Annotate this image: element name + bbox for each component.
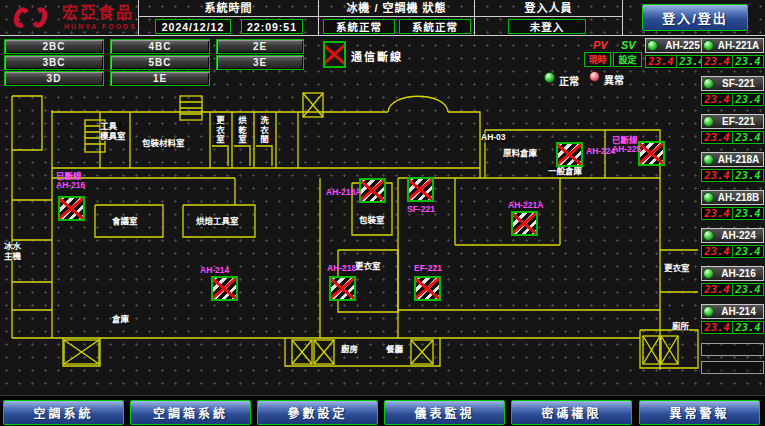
equipment-name: SF-221: [714, 78, 763, 89]
floor-button-2E[interactable]: 2E: [216, 39, 304, 54]
status-lamp-icon: [703, 192, 714, 203]
system-time-section: 系統時間 2024/12/12 22:09:51: [139, 0, 318, 36]
device-icon-AH-218A[interactable]: [359, 178, 386, 203]
column-x-boxes: [64, 93, 678, 364]
pv-value: 23.4: [702, 94, 733, 105]
room-label-0: 工具 模具室: [100, 122, 126, 141]
equipment-name: AH-221A: [714, 40, 763, 51]
equipment-values: 23.423.4: [701, 169, 764, 182]
floor-button-1E[interactable]: 1E: [110, 71, 210, 86]
pv-value: 23.4: [702, 170, 733, 181]
login-title: 登入人員: [475, 0, 622, 17]
pv-value: 23.4: [702, 56, 733, 67]
room-label-7: 包裝室: [359, 216, 385, 226]
equipment-name: AH-216: [714, 268, 763, 279]
machine-status-title: 冰機 / 空調機 狀態: [319, 0, 474, 17]
device-label-AH-224: AH-224: [586, 147, 615, 156]
pv-value: 23.4: [702, 246, 733, 257]
equipment-values: 23.423.4: [701, 93, 764, 106]
room-label-3: 烘乾室: [236, 116, 246, 145]
room-label-9: AH-03: [481, 133, 506, 143]
equipment-AH-218B: AH-218B23.423.4: [701, 190, 764, 220]
pv-value: 23.4: [702, 208, 733, 219]
equipment-AH-221A: AH-221A23.423.4: [701, 38, 764, 68]
room-label-5: 會議室: [112, 217, 138, 227]
brand-name-en: HUNYA FOODS: [64, 23, 137, 30]
room-label-16: 廁所: [672, 322, 689, 332]
device-label-AH-214: AH-214: [200, 266, 229, 275]
device-icon-AH-225-disconnected[interactable]: [638, 141, 665, 166]
device-icon-AH-221A[interactable]: [511, 211, 538, 236]
floor-button-3D[interactable]: 3D: [4, 71, 104, 86]
room-label-12: 倉庫: [112, 315, 129, 325]
sv-label: SV: [621, 39, 636, 51]
ahu-status-value: 系統正常: [399, 19, 471, 34]
room-label-11: 一般倉庫: [548, 167, 582, 177]
status-lamp-icon: [703, 230, 714, 241]
nav-button-4[interactable]: 儀表監視: [384, 400, 505, 425]
room-label-17: 冰水 主機: [4, 242, 21, 261]
login-section: 登入人員 未登入: [475, 0, 622, 36]
equipment-button-AH-216[interactable]: AH-216: [701, 266, 764, 281]
nav-button-3[interactable]: 參數設定: [257, 400, 378, 425]
sv-cn-label: 設定: [613, 52, 642, 67]
device-label-AH-216: 已斷線 AH-216: [56, 172, 85, 190]
equipment-button-AH-225[interactable]: AH-225: [645, 38, 708, 53]
bottom-nav: 空調系統空調箱系統參數設定儀表監視密碼權限異常警報: [0, 395, 765, 426]
floor-button-4BC[interactable]: 4BC: [110, 39, 210, 54]
equipment-AH-216: AH-21623.423.4: [701, 266, 764, 296]
device-label-EF-221: EF-221: [414, 264, 442, 273]
empty-equipment-slot: [701, 361, 764, 374]
equipment-button-AH-218B[interactable]: AH-218B: [701, 190, 764, 205]
room-label-10: 原料倉庫: [503, 149, 537, 159]
equipment-button-SF-221[interactable]: SF-221: [701, 76, 764, 91]
status-lamp-icon: [703, 40, 714, 51]
status-lamp-icon: [703, 78, 714, 89]
sv-value: 23.4: [733, 246, 763, 257]
device-icon-SF-221[interactable]: [407, 177, 434, 202]
device-label-AH-225: 已斷線 AH-225: [612, 136, 641, 154]
nav-button-5[interactable]: 密碼權限: [511, 400, 632, 425]
equipment-AH-218A: AH-218A23.423.4: [701, 152, 764, 182]
normal-label: 正常: [559, 73, 579, 88]
equipment-button-AH-214[interactable]: AH-214: [701, 304, 764, 319]
chiller-status-value: 系統正常: [323, 19, 395, 34]
equipment-button-AH-224[interactable]: AH-224: [701, 228, 764, 243]
floor-button-5BC[interactable]: 5BC: [110, 55, 210, 70]
equipment-name: AH-214: [714, 306, 763, 317]
sv-value: 23.4: [733, 208, 763, 219]
status-lamp-icon: [703, 306, 714, 317]
pv-value: 23.4: [702, 132, 733, 143]
system-date-value: 2024/12/12: [155, 19, 231, 34]
equipment-SF-221: SF-22123.423.4: [701, 76, 764, 106]
nav-button-2[interactable]: 空調箱系統: [130, 400, 251, 425]
device-icon-AH-214[interactable]: [211, 276, 238, 301]
normal-lamp-icon: [544, 72, 555, 83]
floor-button-2BC[interactable]: 2BC: [4, 39, 104, 54]
sv-value: 23.4: [733, 284, 763, 295]
equipment-button-EF-221[interactable]: EF-221: [701, 114, 764, 129]
equipment-button-AH-221A[interactable]: AH-221A: [701, 38, 764, 53]
floor-button-3BC[interactable]: 3BC: [4, 55, 104, 70]
hmi-screen: { "header": { "brand": "宏亞食品", "brand_en…: [0, 0, 765, 426]
device-icon-EF-221[interactable]: [414, 276, 441, 301]
floor-button-3E[interactable]: 3E: [216, 55, 304, 70]
comm-loss-icon: [323, 41, 346, 68]
room-label-8: 更衣室: [355, 262, 381, 272]
nav-button-6[interactable]: 異常警報: [639, 400, 760, 425]
equipment-values: 23.423.4: [701, 245, 764, 258]
device-icon-AH-218B[interactable]: [329, 276, 356, 301]
equipment-name: AH-218B: [714, 192, 763, 203]
device-icon-AH-216-disconnected[interactable]: [58, 196, 85, 221]
equipment-button-AH-218A[interactable]: AH-218A: [701, 152, 764, 167]
sv-value: 23.4: [733, 56, 763, 67]
equipment-values: 23.423.4: [701, 283, 764, 296]
brand-logo-icon: [12, 4, 58, 32]
device-icon-AH-224[interactable]: [556, 142, 583, 167]
equipment-values: 23.423.4: [701, 207, 764, 220]
device-label-AH-221A: AH-221A: [508, 201, 543, 210]
comm-loss-label: 通信斷線: [351, 48, 403, 64]
login-logout-button[interactable]: 登入/登出: [642, 4, 748, 31]
nav-button-1[interactable]: 空調系統: [3, 400, 124, 425]
room-label-4: 洗衣間: [258, 116, 268, 145]
